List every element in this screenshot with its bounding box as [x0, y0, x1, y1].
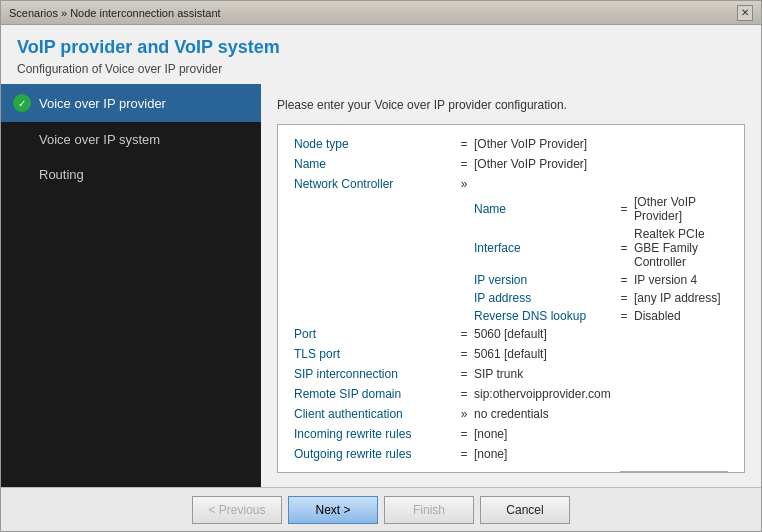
page-subtitle: Configuration of Voice over IP provider [17, 62, 745, 76]
close-button[interactable]: ✕ [737, 5, 753, 21]
sidebar-item-label: Voice over IP system [39, 132, 160, 147]
nc-sub-eq-ip-version: = [614, 273, 634, 287]
main-window: Scenarios » Node interconnection assista… [0, 0, 762, 532]
next-button[interactable]: Next > [288, 496, 378, 524]
config-row-node-type: Node type = [Other VoIP Provider] [294, 137, 728, 151]
finish-button[interactable]: Finish [384, 496, 474, 524]
config-row-additional-1: TLS port = 5061 [default] [294, 347, 728, 361]
config-label-name: Name [294, 157, 454, 171]
config-eq-3: = [454, 387, 474, 401]
config-label-6: Outgoing rewrite rules [294, 447, 454, 461]
config-label-4: Client authentication [294, 407, 454, 421]
config-eq-node-type: = [454, 137, 474, 151]
nc-sub-value-interface: Realtek PCIe GBE Family Controller [634, 227, 728, 269]
config-eq-name: = [454, 157, 474, 171]
additional-rows: Port = 5060 [default] TLS port = 5061 [d… [294, 327, 728, 461]
config-value-0: 5060 [default] [474, 327, 728, 341]
config-label-node-type: Node type [294, 137, 454, 151]
nc-sub-row-ip-version: IP version = IP version 4 [474, 273, 728, 287]
config-eq-0: = [454, 327, 474, 341]
config-value-3: sip:othervoipprovider.com [474, 387, 728, 401]
config-eq-2: = [454, 367, 474, 381]
config-eq-4: » [454, 407, 474, 421]
nc-sub-eq-interface: = [614, 241, 634, 255]
config-label-1: TLS port [294, 347, 454, 361]
nc-sub-label-reverse-dns: Reverse DNS lookup [474, 309, 614, 323]
sidebar: ✓ Voice over IP provider Voice over IP s… [1, 84, 261, 487]
nc-sub-rows: Name = [Other VoIP Provider] Interface =… [474, 195, 728, 323]
nc-sub-eq-reverse-dns: = [614, 309, 634, 323]
nc-label: Network Controller [294, 177, 454, 191]
config-label-2: SIP interconnection [294, 367, 454, 381]
nc-sub-label-interface: Interface [474, 241, 614, 255]
config-value-2: SIP trunk [474, 367, 728, 381]
instruction-text: Please enter your Voice over IP provider… [277, 98, 745, 112]
header: VoIP provider and VoIP system Configurat… [1, 25, 761, 84]
config-eq-1: = [454, 347, 474, 361]
config-row-additional-2: SIP interconnection = SIP trunk [294, 367, 728, 381]
nc-sub-eq-name: = [614, 202, 634, 216]
configure-btn-row: ✓ Configure... [294, 471, 728, 473]
cancel-button[interactable]: Cancel [480, 496, 570, 524]
nc-sub-row-interface: Interface = Realtek PCIe GBE Family Cont… [474, 227, 728, 269]
config-row-additional-4: Client authentication » no credentials [294, 407, 728, 421]
config-label-0: Port [294, 327, 454, 341]
nc-sub-value-ip-version: IP version 4 [634, 273, 697, 287]
check-icon: ✓ [13, 94, 31, 112]
nc-sub-value-name: [Other VoIP Provider] [634, 195, 728, 223]
config-eq-6: = [454, 447, 474, 461]
nc-sub-row-reverse-dns: Reverse DNS lookup = Disabled [474, 309, 728, 323]
config-value-5: [none] [474, 427, 728, 441]
config-eq-5: = [454, 427, 474, 441]
config-row-name: Name = [Other VoIP Provider] [294, 157, 728, 171]
config-value-node-type: [Other VoIP Provider] [474, 137, 728, 151]
nc-sub-label-name: Name [474, 202, 614, 216]
sidebar-item-voice-over-ip-system[interactable]: Voice over IP system [1, 122, 261, 157]
config-label-5: Incoming rewrite rules [294, 427, 454, 441]
sidebar-item-voice-over-ip-provider[interactable]: ✓ Voice over IP provider [1, 84, 261, 122]
page-title: VoIP provider and VoIP system [17, 37, 745, 58]
footer: < Previous Next > Finish Cancel [1, 487, 761, 531]
config-row-additional-5: Incoming rewrite rules = [none] [294, 427, 728, 441]
config-box: Node type = [Other VoIP Provider] Name =… [277, 124, 745, 473]
config-row-additional-0: Port = 5060 [default] [294, 327, 728, 341]
sidebar-item-routing[interactable]: Routing [1, 157, 261, 192]
sidebar-item-label: Routing [39, 167, 84, 182]
nc-sub-label-ip-version: IP version [474, 273, 614, 287]
nc-sub-eq-ip-address: = [614, 291, 634, 305]
nc-arrow: » [454, 177, 474, 191]
config-value-1: 5061 [default] [474, 347, 728, 361]
config-label-3: Remote SIP domain [294, 387, 454, 401]
nc-sub-label-ip-address: IP address [474, 291, 614, 305]
config-row-additional-3: Remote SIP domain = sip:othervoipprovide… [294, 387, 728, 401]
config-value-6: [none] [474, 447, 728, 461]
main-panel: Please enter your Voice over IP provider… [261, 84, 761, 487]
title-bar-text: Scenarios » Node interconnection assista… [9, 7, 221, 19]
config-row-additional-6: Outgoing rewrite rules = [none] [294, 447, 728, 461]
nc-sub-row-name: Name = [Other VoIP Provider] [474, 195, 728, 223]
previous-button[interactable]: < Previous [192, 496, 282, 524]
sidebar-item-label: Voice over IP provider [39, 96, 166, 111]
configure-button[interactable]: ✓ Configure... [620, 471, 728, 473]
content-area: ✓ Voice over IP provider Voice over IP s… [1, 84, 761, 487]
title-bar: Scenarios » Node interconnection assista… [1, 1, 761, 25]
nc-sub-value-ip-address: [any IP address] [634, 291, 721, 305]
config-value-name: [Other VoIP Provider] [474, 157, 728, 171]
nc-sub-row-ip-address: IP address = [any IP address] [474, 291, 728, 305]
network-controller-header: Network Controller » [294, 177, 728, 191]
config-value-4: no credentials [474, 407, 728, 421]
nc-sub-value-reverse-dns: Disabled [634, 309, 681, 323]
